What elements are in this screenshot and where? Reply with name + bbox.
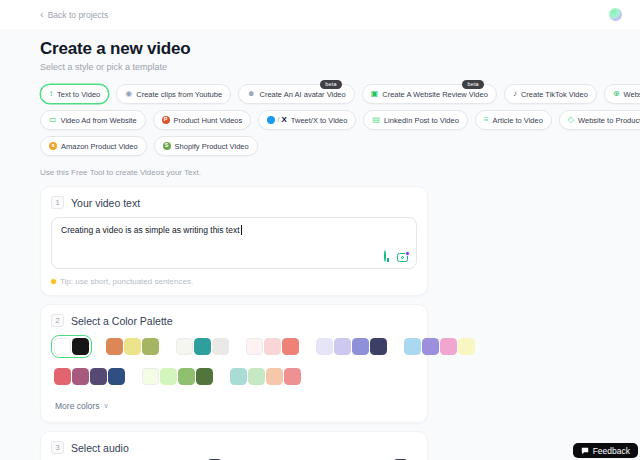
template-chip-video-ad-from-website[interactable]: ▭ Video Ad from Website xyxy=(40,110,146,130)
x-logo-icon: X xyxy=(281,116,286,124)
intro-text: Use this Free Tool to create Videos your… xyxy=(40,168,640,177)
back-link-label: Back to projects xyxy=(48,10,108,20)
color-swatch xyxy=(194,338,211,355)
color-palette-1[interactable] xyxy=(51,335,92,358)
template-chip-create-a-website-review-video[interactable]: beta ▣ Create A Website Review Video xyxy=(362,84,497,104)
color-swatch xyxy=(72,338,89,355)
beta-badge: beta xyxy=(462,80,484,89)
avatar-icon: ☻ xyxy=(247,90,255,98)
color-swatch xyxy=(160,368,177,385)
back-to-projects-link[interactable]: ‹ Back to projects xyxy=(40,9,108,20)
color-swatch xyxy=(54,368,71,385)
chip-label: Website to Video xyxy=(624,90,640,99)
color-swatch xyxy=(230,368,247,385)
main-content: Create a new video Select a style or pic… xyxy=(0,29,640,460)
feedback-button[interactable]: Feedback xyxy=(573,443,638,458)
color-swatch xyxy=(352,338,369,355)
more-colors-button[interactable]: More colors ∨ xyxy=(55,401,109,411)
color-palette-card: 2 Select a Color Palette More colors ∨ xyxy=(40,304,428,423)
color-swatch xyxy=(334,338,351,355)
product-tag-icon: ◇ xyxy=(568,116,574,124)
chip-label: Create clips from Youtube xyxy=(136,90,222,99)
chip-label: Website to Product Video xyxy=(578,116,640,125)
template-chip-article-to-video[interactable]: ≡ Article to Video xyxy=(475,110,552,130)
template-chip-row: ↕ Text to Video ◉ Create clips from Yout… xyxy=(40,84,640,104)
template-chip-row: ▭ Video Ad from Website P Product Hunt V… xyxy=(40,110,640,130)
color-swatch xyxy=(316,338,333,355)
template-chip-tweet-x-to-video[interactable]: /X Tweet/X to Video xyxy=(258,110,356,130)
color-palette-3[interactable] xyxy=(173,335,232,358)
color-palette-2[interactable] xyxy=(103,335,162,358)
color-swatch xyxy=(54,338,71,355)
template-chip-amazon-product-video[interactable]: a Amazon Product Video xyxy=(40,136,147,156)
template-chip-linkedin-post-to-video[interactable]: ▤ LinkedIn Post to Video xyxy=(363,110,467,130)
chip-label: Shopify Product Video xyxy=(175,142,249,151)
twitter-bird-icon xyxy=(267,116,275,124)
color-swatch xyxy=(422,338,439,355)
color-swatch xyxy=(212,338,229,355)
product-hunt-icon: P xyxy=(162,116,170,124)
tiktok-note-icon: ♪ xyxy=(513,90,517,98)
color-swatch xyxy=(196,368,213,385)
video-text-card: 1 Your video text Creating a video is as… xyxy=(40,186,428,296)
chip-label: Create A Website Review Video xyxy=(382,90,488,99)
chevron-down-icon: ∨ xyxy=(103,402,108,410)
step-badge-2: 2 xyxy=(51,314,64,327)
chip-label: Tweet/X to Video xyxy=(291,116,348,125)
template-chip-text-to-video[interactable]: ↕ Text to Video xyxy=(40,84,109,104)
template-chip-website-to-video[interactable]: ⊕ Website to Video xyxy=(604,84,640,104)
template-chip-product-hunt-videos[interactable]: P Product Hunt Videos xyxy=(153,110,252,130)
video-text-value: Creating a video is as simple as writing… xyxy=(61,225,240,235)
video-text-input[interactable]: Creating a video is as simple as writing… xyxy=(51,217,417,269)
color-swatch xyxy=(284,368,301,385)
color-swatch xyxy=(264,338,281,355)
chip-label: Article to Video xyxy=(493,116,543,125)
beta-badge: beta xyxy=(320,80,342,89)
template-chip-shopify-product-video[interactable]: S Shopify Product Video xyxy=(154,136,258,156)
color-swatch xyxy=(246,338,263,355)
color-palette-9[interactable] xyxy=(227,365,304,388)
color-palette-6[interactable] xyxy=(401,335,478,358)
user-avatar[interactable] xyxy=(609,8,622,21)
notification-dot xyxy=(405,251,410,256)
color-swatch xyxy=(370,338,387,355)
chevron-left-icon: ‹ xyxy=(40,9,44,20)
color-swatch xyxy=(248,368,265,385)
step-badge-1: 1 xyxy=(51,196,64,209)
color-swatch xyxy=(458,338,475,355)
palette-row-1 xyxy=(51,335,417,358)
color-swatch xyxy=(106,338,123,355)
template-chip-create-an-ai-avatar-video[interactable]: beta ☻ Create An AI avatar Video xyxy=(238,84,355,104)
pin-icon[interactable] xyxy=(384,251,392,262)
template-chip-website-to-product-video[interactable]: ◇ Website to Product Video xyxy=(559,110,640,130)
palette-title: Select a Color Palette xyxy=(71,315,173,327)
shopify-bag-icon: S xyxy=(163,142,171,150)
color-swatch xyxy=(142,368,159,385)
template-chip-create-tiktok-video[interactable]: ♪ Create TikTok Video xyxy=(504,84,597,104)
color-swatch xyxy=(72,368,89,385)
audio-title: Select audio xyxy=(71,442,129,454)
color-palette-8[interactable] xyxy=(139,365,216,388)
chip-label: Text to Video xyxy=(57,90,100,99)
template-chip-create-clips-from-youtube[interactable]: ◉ Create clips from Youtube xyxy=(116,84,231,104)
chip-label: LinkedIn Post to Video xyxy=(384,116,459,125)
amazon-icon: a xyxy=(49,142,57,150)
top-bar: ‹ Back to projects xyxy=(0,0,640,29)
color-palette-7[interactable] xyxy=(51,365,128,388)
palette-row-2 xyxy=(51,365,417,388)
page-subtitle: Select a style or pick a template xyxy=(40,62,640,72)
camera-icon[interactable] xyxy=(397,253,408,262)
color-swatch xyxy=(176,338,193,355)
color-swatch xyxy=(108,368,125,385)
color-palette-4[interactable] xyxy=(243,335,302,358)
template-chip-rows: ↕ Text to Video ◉ Create clips from Yout… xyxy=(40,84,640,156)
chip-label: Product Hunt Videos xyxy=(174,116,243,125)
color-palette-5[interactable] xyxy=(313,335,390,358)
step-badge-3: 3 xyxy=(51,441,64,454)
article-icon: ≡ xyxy=(484,116,489,124)
text-caret xyxy=(241,225,242,235)
feedback-label: Feedback xyxy=(593,446,630,456)
more-colors-label: More colors xyxy=(55,401,99,411)
tip-line: Tip: use short, punctuated sentences. xyxy=(51,277,417,286)
color-swatch xyxy=(282,338,299,355)
